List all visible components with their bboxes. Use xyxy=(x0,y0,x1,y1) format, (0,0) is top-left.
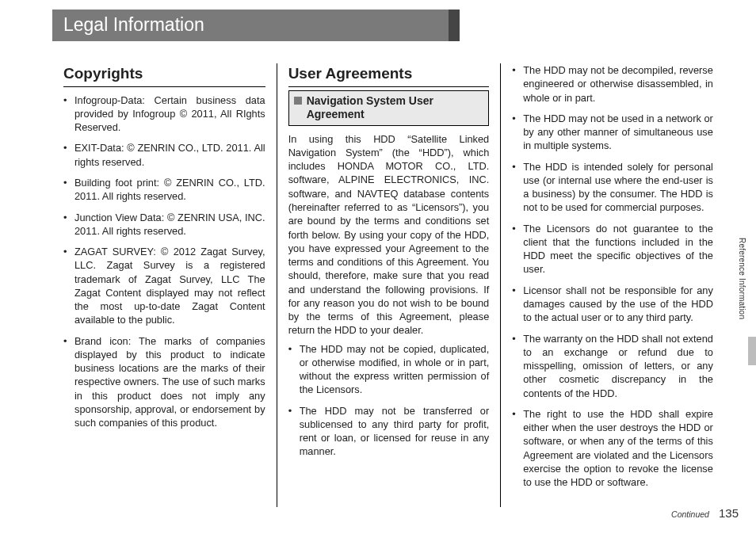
list-item: The warranty on the HDD shall not extend… xyxy=(512,332,713,400)
list-item: The HDD is intended solely for personal … xyxy=(512,160,713,215)
content-columns: Copyrights Infogroup-Data: Certain busin… xyxy=(52,63,724,507)
column-copyrights: Copyrights Infogroup-Data: Certain busin… xyxy=(52,63,277,507)
document-page: Legal Information Copyrights Infogroup-D… xyxy=(0,0,756,534)
agreement-list-a: The HDD may not be copied, duplicated, o… xyxy=(288,342,490,459)
page-title-bar: Legal Information xyxy=(52,10,449,41)
list-item: The right to use the HDD shall expire ei… xyxy=(512,407,713,490)
list-item: The HDD may not be used in a network or … xyxy=(512,112,713,153)
side-tab-label: Reference Information xyxy=(738,238,746,349)
continued-label: Continued xyxy=(671,509,709,519)
agreement-list-b: The HDD may not be decompiled, reverse e… xyxy=(512,63,713,489)
list-item: Junction View Data: © ZENRIN USA, INC. 2… xyxy=(63,211,265,238)
column-user-agreements-cont: The HDD may not be decompiled, reverse e… xyxy=(500,63,724,507)
list-item: The HDD may not be copied, duplicated, o… xyxy=(288,342,490,397)
page-footer: Continued 135 xyxy=(671,506,739,520)
page-number: 135 xyxy=(719,506,739,520)
list-item: EXIT-Data: © ZENRIN CO., LTD. 2011. All … xyxy=(63,141,265,169)
list-item: ZAGAT SURVEY: © 2012 Zagat Survey, LLC. … xyxy=(63,245,265,327)
list-item: Brand icon: The marks of companies displ… xyxy=(63,334,265,430)
page-title: Legal Information xyxy=(63,14,204,35)
list-item: The Licensors do not guarantee to the cl… xyxy=(512,222,713,277)
subheading-nav-agreement: Navigation System User Agreement xyxy=(288,90,490,126)
heading-user-agreements: User Agreements xyxy=(288,63,490,87)
copyrights-list: Infogroup-Data: Certain business data pr… xyxy=(63,93,265,430)
column-user-agreements: User Agreements Navigation System User A… xyxy=(277,63,501,507)
list-item: Infogroup-Data: Certain business data pr… xyxy=(63,93,265,135)
list-item: The HDD may not be transferred or sublic… xyxy=(288,404,490,459)
side-tab-marker xyxy=(748,337,756,365)
list-item: Building foot print: © ZENRIN CO., LTD. … xyxy=(63,176,265,204)
agreement-intro: In using this HDD “Satellite Linked Navi… xyxy=(288,132,490,338)
heading-copyrights: Copyrights xyxy=(63,63,265,87)
list-item: The HDD may not be decompiled, reverse e… xyxy=(512,63,713,105)
list-item: Licensor shall not be responsible for an… xyxy=(512,284,713,325)
